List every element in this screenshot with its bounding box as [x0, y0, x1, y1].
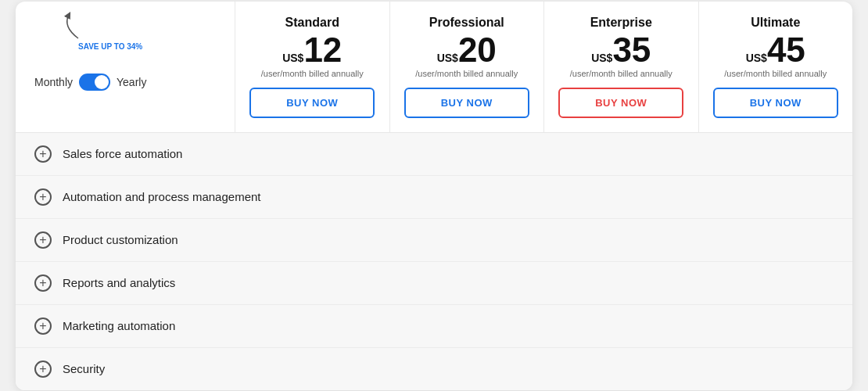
- feature-label: Reports and analytics: [63, 276, 175, 289]
- buy-button-enterprise[interactable]: BUY NOW: [558, 88, 683, 118]
- plan-price-line-professional: US$20: [437, 33, 497, 67]
- price-billing-standard: /user/month billed annually: [261, 69, 364, 78]
- price-currency-professional: US$: [437, 52, 458, 64]
- feature-label: Sales force automation: [63, 147, 182, 160]
- price-currency-enterprise: US$: [591, 52, 612, 64]
- plan-col-professional: ProfessionalUS$20/user/month billed annu…: [389, 2, 544, 132]
- billing-toggle[interactable]: Monthly Yearly: [34, 74, 146, 91]
- plan-price-line-ultimate: US$45: [746, 33, 805, 67]
- plus-circle-icon: +: [34, 361, 52, 378]
- plan-name-professional: Professional: [429, 16, 504, 30]
- buy-button-ultimate[interactable]: BUY NOW: [713, 88, 838, 118]
- plan-price-line-enterprise: US$35: [591, 33, 651, 67]
- price-currency-ultimate: US$: [746, 52, 767, 64]
- plus-circle-icon: +: [34, 317, 52, 335]
- plan-col-standard: StandardUS$12/user/month billed annually…: [235, 2, 389, 132]
- plan-col-ultimate: UltimateUS$45/user/month billed annually…: [698, 2, 853, 132]
- feature-label: Marketing automation: [63, 319, 175, 332]
- save-text: SAVE UP TO 34%: [78, 42, 142, 51]
- yearly-label: Yearly: [117, 76, 146, 88]
- billing-toggle-area: SAVE UP TO 34% Monthly Yearly: [16, 2, 235, 132]
- monthly-label: Monthly: [34, 76, 73, 88]
- toggle-switch[interactable]: [79, 74, 110, 91]
- price-amount-professional: 20: [458, 33, 497, 67]
- buy-button-professional[interactable]: BUY NOW: [404, 88, 529, 118]
- feature-row[interactable]: +Reports and analytics: [16, 262, 852, 305]
- price-billing-professional: /user/month billed annually: [415, 69, 518, 78]
- price-amount-standard: 12: [303, 33, 342, 67]
- save-badge: SAVE UP TO 34%: [63, 17, 142, 51]
- plan-price-line-standard: US$12: [282, 33, 342, 67]
- plus-circle-icon: +: [34, 145, 52, 163]
- feature-label: Security: [63, 362, 105, 375]
- price-billing-enterprise: /user/month billed annually: [570, 69, 673, 78]
- pricing-card: SAVE UP TO 34% Monthly Yearly StandardUS…: [16, 2, 852, 390]
- feature-label: Automation and process management: [63, 190, 260, 203]
- feature-label: Product customization: [63, 233, 178, 246]
- plan-col-enterprise: EnterpriseUS$35/user/month billed annual…: [543, 2, 698, 132]
- plus-circle-icon: +: [34, 231, 52, 249]
- features-list: +Sales force automation+Automation and p…: [16, 133, 852, 390]
- pricing-header: SAVE UP TO 34% Monthly Yearly StandardUS…: [16, 2, 852, 133]
- feature-row[interactable]: +Marketing automation: [16, 305, 852, 348]
- price-amount-ultimate: 45: [767, 33, 805, 67]
- plus-circle-icon: +: [34, 274, 52, 292]
- price-amount-enterprise: 35: [612, 33, 651, 67]
- plan-name-enterprise: Enterprise: [590, 16, 652, 30]
- buy-button-standard[interactable]: BUY NOW: [249, 88, 375, 118]
- plan-name-standard: Standard: [285, 16, 339, 30]
- price-billing-ultimate: /user/month billed annually: [724, 69, 827, 78]
- feature-row[interactable]: +Automation and process management: [16, 176, 852, 219]
- feature-row[interactable]: +Sales force automation: [16, 133, 852, 176]
- plus-circle-icon: +: [34, 188, 52, 206]
- feature-row[interactable]: +Security: [16, 348, 852, 390]
- plan-name-ultimate: Ultimate: [751, 16, 800, 30]
- price-currency-standard: US$: [282, 52, 303, 64]
- feature-row[interactable]: +Product customization: [16, 219, 852, 262]
